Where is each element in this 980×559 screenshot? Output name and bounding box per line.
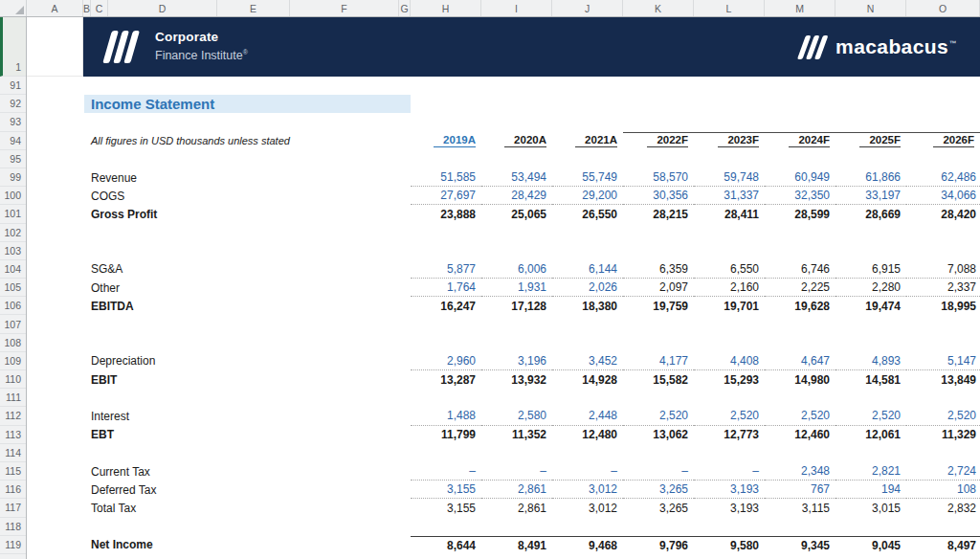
value-cell[interactable]: 9,468: [552, 536, 623, 554]
row-label-ebit[interactable]: EBIT: [27, 370, 411, 389]
row-header-106[interactable]: 106: [0, 297, 26, 315]
row-header-112[interactable]: 112: [0, 407, 26, 425]
value-cell[interactable]: 5,877: [411, 260, 481, 279]
value-cell[interactable]: 2,337: [906, 279, 980, 297]
column-header-L[interactable]: L: [694, 0, 765, 16]
value-cell[interactable]: 2,026: [552, 279, 623, 297]
value-cell[interactable]: 2,520: [623, 407, 694, 425]
row-header-118[interactable]: 118: [0, 518, 26, 536]
year-header-2025F[interactable]: 2025F: [835, 132, 906, 150]
value-cell[interactable]: 3,115: [765, 499, 835, 517]
column-header-G[interactable]: G: [399, 0, 411, 16]
value-cell[interactable]: 2,821: [835, 462, 906, 481]
column-header-K[interactable]: K: [623, 0, 694, 16]
value-cell[interactable]: 8,491: [481, 536, 552, 554]
row-header-114[interactable]: 114: [0, 444, 26, 462]
row-header-111[interactable]: 111: [0, 389, 26, 407]
column-header-B[interactable]: B: [83, 0, 91, 16]
row-header-101[interactable]: 101: [0, 205, 26, 223]
value-cell[interactable]: 15,582: [623, 370, 694, 389]
value-cell[interactable]: 51,585: [411, 168, 481, 187]
value-cell[interactable]: 3,452: [552, 352, 623, 370]
value-cell[interactable]: 4,647: [765, 352, 835, 370]
row-header-92[interactable]: 92: [0, 95, 26, 113]
column-header-C[interactable]: C: [91, 0, 108, 16]
value-cell[interactable]: 13,932: [481, 370, 552, 389]
value-cell[interactable]: 12,480: [552, 426, 623, 444]
row-label-depreciation[interactable]: Depreciation: [27, 352, 411, 370]
value-cell[interactable]: 6,006: [481, 260, 552, 279]
value-cell[interactable]: 2,097: [623, 279, 694, 297]
value-cell[interactable]: 28,429: [481, 187, 552, 205]
value-cell[interactable]: 30,356: [623, 187, 694, 205]
year-header-2023F[interactable]: 2023F: [694, 132, 765, 150]
cell-A1[interactable]: [27, 17, 83, 77]
value-cell[interactable]: 16,247: [411, 297, 481, 315]
value-cell[interactable]: 2,520: [906, 407, 980, 425]
value-cell[interactable]: 25,065: [481, 205, 552, 223]
row-header-119[interactable]: 119: [0, 536, 26, 554]
value-cell[interactable]: 60,949: [765, 168, 835, 187]
row-label-cogs[interactable]: COGS: [27, 187, 411, 205]
row-header-102[interactable]: 102: [0, 224, 26, 242]
value-cell[interactable]: 29,200: [552, 187, 623, 205]
value-cell[interactable]: –: [411, 462, 481, 481]
value-cell[interactable]: 2,580: [481, 407, 552, 425]
value-cell[interactable]: 3,193: [694, 499, 765, 517]
value-cell[interactable]: 2,520: [694, 407, 765, 425]
column-header-H[interactable]: H: [411, 0, 481, 16]
row-header-93[interactable]: 93: [0, 113, 26, 131]
value-cell[interactable]: 1,764: [411, 279, 481, 297]
value-cell[interactable]: 13,062: [623, 426, 694, 444]
value-cell[interactable]: 4,408: [694, 352, 765, 370]
row-header-107[interactable]: 107: [0, 315, 26, 333]
value-cell[interactable]: 14,581: [835, 370, 906, 389]
row-header-117[interactable]: 117: [0, 499, 26, 517]
row-header-94[interactable]: 94: [0, 132, 26, 150]
value-cell[interactable]: 59,748: [694, 168, 765, 187]
value-cell[interactable]: 13,849: [906, 370, 980, 389]
value-cell[interactable]: 9,045: [835, 536, 906, 554]
row-label-deferred-tax[interactable]: Deferred Tax: [27, 481, 411, 499]
value-cell[interactable]: 2,348: [765, 462, 835, 481]
year-header-2026F[interactable]: 2026F: [906, 132, 980, 150]
value-cell[interactable]: 12,061: [835, 426, 906, 444]
row-label-current-tax[interactable]: Current Tax: [27, 462, 411, 481]
value-cell[interactable]: 4,893: [835, 352, 906, 370]
value-cell[interactable]: 11,329: [906, 426, 980, 444]
row-label-net-income[interactable]: Net Income: [27, 536, 411, 554]
value-cell[interactable]: 4,177: [623, 352, 694, 370]
value-cell[interactable]: 12,460: [765, 426, 835, 444]
row-header-115[interactable]: 115: [0, 462, 26, 481]
value-cell[interactable]: 14,980: [765, 370, 835, 389]
value-cell[interactable]: 28,411: [694, 205, 765, 223]
row-label-total-tax[interactable]: Total Tax: [27, 499, 411, 517]
year-header-2020A[interactable]: 2020A: [481, 132, 552, 150]
value-cell[interactable]: 9,345: [765, 536, 835, 554]
row-header-91[interactable]: 91: [0, 77, 26, 95]
row-label-revenue[interactable]: Revenue: [27, 168, 411, 187]
value-cell[interactable]: 2,448: [552, 407, 623, 425]
row-header-1[interactable]: 1: [0, 17, 26, 77]
value-cell[interactable]: 28,599: [765, 205, 835, 223]
value-cell[interactable]: 15,293: [694, 370, 765, 389]
value-cell[interactable]: 13,287: [411, 370, 481, 389]
column-header-I[interactable]: I: [481, 0, 552, 16]
value-cell[interactable]: 2,861: [481, 499, 552, 517]
row-label-gross-profit[interactable]: Gross Profit: [27, 205, 411, 223]
row-label-interest[interactable]: Interest: [27, 407, 411, 425]
year-header-2019A[interactable]: 2019A: [411, 132, 481, 150]
value-cell[interactable]: 8,644: [411, 536, 481, 554]
value-cell[interactable]: 7,088: [906, 260, 980, 279]
row-header-110[interactable]: 110: [0, 370, 26, 389]
year-header-2022F[interactable]: 2022F: [623, 132, 694, 150]
value-cell[interactable]: –: [623, 462, 694, 481]
select-all-corner[interactable]: [0, 0, 27, 16]
row-label-sg-a[interactable]: SG&A: [27, 260, 411, 279]
row-header-103[interactable]: 103: [0, 242, 26, 260]
row-label-other[interactable]: Other: [27, 279, 411, 297]
value-cell[interactable]: 2,160: [694, 279, 765, 297]
value-cell[interactable]: 2,520: [835, 407, 906, 425]
value-cell[interactable]: 3,196: [481, 352, 552, 370]
column-header-M[interactable]: M: [765, 0, 835, 16]
